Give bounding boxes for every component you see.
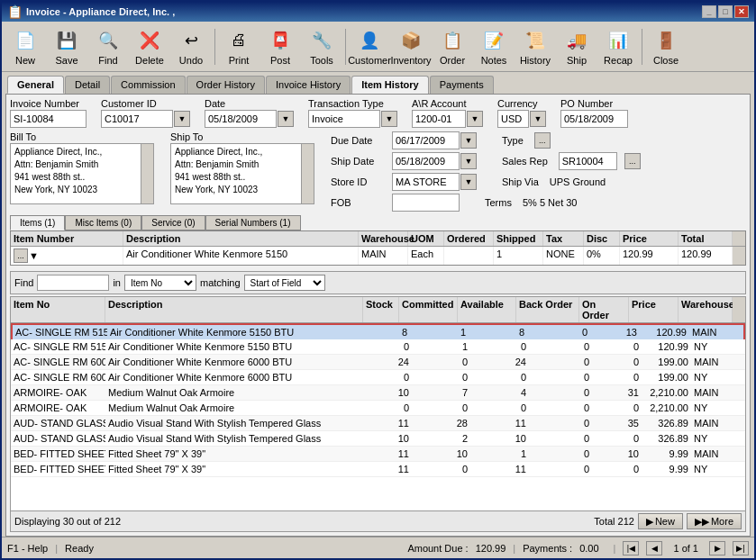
tab-payments[interactable]: Payments	[430, 76, 494, 94]
post-button[interactable]: 📮 Post	[260, 24, 300, 69]
transaction-type-label: Transaction Type	[308, 98, 397, 109]
sales-rep-input[interactable]	[559, 152, 617, 170]
transaction-type-dropdown-button[interactable]: ▼	[381, 111, 397, 127]
find-field-select[interactable]: Item No Description Warehouse	[124, 275, 196, 291]
table-row[interactable]: AUD- STAND GLASS Audio Visual Stand With…	[11, 416, 745, 431]
notes-button[interactable]: 📝 Notes	[474, 24, 514, 69]
main-tab-bar: General Detail Commission Order History …	[2, 72, 754, 94]
next-page-button[interactable]: ▶	[709, 541, 725, 555]
new-icon: 📄	[13, 28, 38, 53]
date-label: Date	[205, 98, 294, 109]
save-button[interactable]: 💾 Save	[47, 24, 87, 69]
transaction-type-input[interactable]	[308, 110, 380, 128]
customer-id-lookup-button[interactable]: ▼	[174, 111, 190, 127]
item-total: 120.99	[679, 247, 733, 265]
customer-id-input[interactable]	[101, 110, 173, 128]
table-row[interactable]: ARMOIRE- OAK Medium Walnut Oak Armoire 1…	[11, 385, 745, 401]
table-row[interactable]: BED- FITTED SHEET Fitted Sheet 79" X 39"…	[11, 447, 745, 462]
type-ellipsis[interactable]: ...	[534, 132, 551, 149]
terms-value: 5% 5 Net 30	[523, 197, 578, 208]
tools-button[interactable]: 🔧 Tools	[302, 24, 342, 69]
lookup-table: Item No Description Stock Committed Avai…	[10, 296, 746, 511]
tab-general[interactable]: General	[7, 76, 64, 94]
currency-input[interactable]	[497, 110, 529, 128]
customer-id-label: Customer ID	[101, 98, 190, 109]
separator-1	[214, 29, 215, 65]
new-button[interactable]: 📄 New	[5, 24, 45, 69]
item-lookup-button[interactable]: ...	[14, 248, 28, 263]
table-row[interactable]: ARMOIRE- OAK Medium Walnut Oak Armoire 0…	[11, 401, 745, 416]
minimize-button[interactable]: _	[702, 5, 716, 18]
first-page-button[interactable]: |◀	[623, 541, 639, 555]
currency-dropdown-button[interactable]: ▼	[530, 111, 546, 127]
bill-to-scroll[interactable]	[141, 144, 153, 203]
undo-button[interactable]: ↩ Undo	[171, 24, 211, 69]
ship-to-scroll[interactable]	[301, 144, 314, 203]
lookup-row-selected[interactable]: AC- SINGLE RM 5150 Air Conditioner White…	[11, 323, 745, 339]
item-ordered	[444, 247, 494, 265]
find-input[interactable]	[37, 275, 109, 291]
ship-button[interactable]: 🚚 Ship	[557, 24, 597, 69]
order-button[interactable]: 📋 Order	[433, 24, 472, 69]
table-row[interactable]: BED- FITTED SHEET Fitted Sheet 79" X 39"…	[11, 462, 745, 477]
sales-rep-ellipsis[interactable]: ...	[624, 153, 641, 169]
section-tab-misc[interactable]: Misc Items (0)	[65, 215, 141, 230]
page-info: 1 of 1	[673, 543, 698, 554]
section-tab-items[interactable]: Items (1)	[10, 215, 65, 230]
inventory-button[interactable]: 📦 Inventory	[391, 24, 431, 69]
tab-invoice-history[interactable]: Invoice History	[266, 76, 351, 94]
ar-account-dropdown-button[interactable]: ▼	[467, 111, 483, 127]
in-label: in	[113, 277, 121, 288]
po-number-input[interactable]	[560, 110, 628, 128]
maximize-button[interactable]: □	[718, 5, 733, 18]
history-button[interactable]: 📜 History	[515, 24, 555, 69]
tab-item-history[interactable]: Item History	[351, 76, 429, 94]
col-shipped: Shipped	[494, 231, 543, 246]
type-label: Type	[502, 135, 524, 146]
fob-input[interactable]	[392, 194, 460, 212]
help-text: F1 - Help	[7, 543, 48, 554]
print-button[interactable]: 🖨 Print	[219, 24, 259, 69]
date-dropdown-button[interactable]: ▼	[278, 111, 294, 127]
find-label: Find	[14, 277, 33, 288]
ship-via-label: Ship Via	[502, 176, 539, 187]
section-tab-serial[interactable]: Serial Numbers (1)	[205, 215, 301, 230]
recap-button[interactable]: 📊 Recap	[598, 24, 638, 69]
due-date-dropdown[interactable]: ▼	[460, 132, 477, 149]
table-row[interactable]: AUD- STAND GLASS Audio Visual Stand With…	[11, 431, 745, 447]
find-button[interactable]: 🔍 Find	[88, 24, 128, 69]
more-button[interactable]: ▶▶ More	[687, 513, 742, 529]
ar-account-input[interactable]	[412, 110, 466, 128]
tab-detail[interactable]: Detail	[65, 76, 110, 94]
window-title: Invoice - Appliance Direct, Inc. ,	[26, 6, 175, 17]
section-tab-service[interactable]: Service (0)	[141, 215, 205, 230]
app-icon: 📋	[7, 5, 23, 19]
ship-to-address: Appliance Direct, Inc.,Attn: Benjamin Sm…	[170, 143, 314, 204]
invoice-number-input[interactable]	[10, 110, 87, 128]
store-id-dropdown[interactable]: ▼	[460, 174, 477, 190]
ship-date-dropdown[interactable]: ▼	[460, 153, 477, 169]
ship-date-input[interactable]	[392, 152, 460, 170]
payments-value: 0.00	[579, 543, 598, 554]
ship-icon: 🚚	[564, 28, 589, 53]
last-page-button[interactable]: ▶|	[733, 541, 749, 555]
prev-page-button[interactable]: ◀	[646, 541, 662, 555]
table-row[interactable]: AC- SINGLE RM 6000 Air Conditioner White…	[11, 355, 745, 370]
delete-button[interactable]: ❌ Delete	[130, 24, 169, 69]
tab-order-history[interactable]: Order History	[187, 76, 265, 94]
store-id-input[interactable]	[392, 173, 460, 191]
table-row[interactable]: AC- SINGLE RM 5150 Air Conditioner White…	[11, 339, 745, 355]
close-toolbar-button[interactable]: 🚪 Close	[646, 24, 686, 69]
find-matching-select[interactable]: Start of Field Any Part Exact Match	[244, 275, 325, 291]
invoice-number-label: Invoice Number	[10, 98, 87, 109]
lookup-col-onorder: On Order	[579, 297, 629, 322]
date-input[interactable]	[205, 110, 277, 128]
table-row[interactable]: AC- SINGLE RM 6000 Air Conditioner White…	[11, 370, 745, 385]
matching-label: matching	[200, 277, 241, 288]
customer-button[interactable]: 👤 Customer	[350, 24, 389, 69]
close-button[interactable]: ✕	[734, 5, 749, 18]
lookup-body[interactable]: AC- SINGLE RM 5150 Air Conditioner White…	[11, 323, 745, 510]
new-item-button[interactable]: ▶ New	[638, 513, 683, 529]
due-date-input[interactable]	[392, 131, 460, 149]
tab-commission[interactable]: Commission	[111, 76, 186, 94]
